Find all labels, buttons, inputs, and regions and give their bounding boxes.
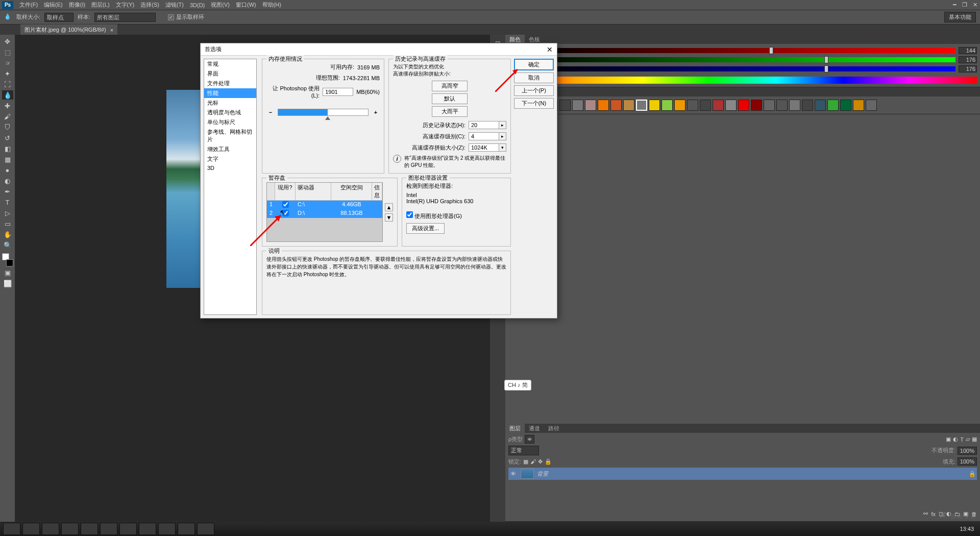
sidebar-item-units[interactable]: 单位与标尺 (204, 117, 256, 127)
style-swatch[interactable] (866, 100, 877, 111)
visibility-icon[interactable]: 👁 (510, 471, 518, 477)
sidebar-item-guides[interactable]: 参考线、网格和切片 (204, 127, 256, 144)
taskbar-app[interactable] (197, 523, 214, 535)
ok-button[interactable]: 确定 (514, 59, 554, 70)
taskbar-app[interactable] (100, 523, 117, 535)
lock-move-icon[interactable]: ✥ (538, 458, 543, 465)
menu-3d[interactable]: 3D(D) (187, 1, 208, 9)
sidebar-item-filehandling[interactable]: 文件处理 (204, 79, 256, 88)
filter-smart-icon[interactable]: ▦ (972, 436, 977, 443)
menu-help[interactable]: 帮助(H) (259, 0, 284, 10)
taskbar-app[interactable] (81, 523, 98, 535)
filter-img-icon[interactable]: ▣ (946, 436, 951, 443)
taskbar-clock[interactable]: 13:43 (957, 526, 977, 532)
brush-tool-icon[interactable]: 🖌 (2, 112, 13, 121)
style-swatch[interactable] (585, 100, 596, 111)
sidebar-item-general[interactable]: 常规 (204, 59, 256, 69)
taskbar-app[interactable] (42, 523, 59, 535)
dialog-titlebar[interactable]: 首选项 ✕ (201, 43, 557, 56)
lock-trans-icon[interactable]: ▦ (523, 458, 528, 465)
blend-mode-select[interactable]: 正常 (508, 446, 539, 455)
plus-icon[interactable]: + (372, 109, 380, 115)
link-layers-icon[interactable]: ⚯ (923, 510, 928, 517)
scratch-active-checkbox[interactable] (282, 210, 289, 216)
lasso-tool-icon[interactable]: ⟉ (2, 58, 13, 67)
tab-layers[interactable]: 图层 (505, 424, 525, 433)
close-icon[interactable]: ✕ (970, 1, 979, 9)
style-swatch[interactable] (776, 100, 788, 111)
close-tab-icon[interactable]: × (110, 27, 113, 33)
color-swatch[interactable] (2, 253, 13, 266)
dodge-tool-icon[interactable]: ◐ (2, 176, 13, 185)
minus-icon[interactable]: − (266, 109, 275, 115)
menu-image[interactable]: 图像(I) (66, 0, 88, 10)
opacity-value[interactable]: 100% (958, 447, 977, 455)
fill-value[interactable]: 100% (958, 457, 977, 466)
eraser-tool-icon[interactable]: ◧ (2, 144, 13, 153)
move-up-icon[interactable]: ▲ (385, 203, 393, 211)
start-button[interactable] (3, 523, 20, 535)
preset-wide-button[interactable]: 大而平 (432, 106, 468, 117)
lock-paint-icon[interactable]: 🖌 (530, 458, 536, 465)
gradient-tool-icon[interactable]: ▦ (2, 155, 13, 164)
wand-tool-icon[interactable]: ✦ (2, 69, 13, 78)
style-swatch[interactable] (853, 100, 864, 111)
taskbar-app[interactable] (61, 523, 79, 535)
quickmask-icon[interactable]: ▣ (2, 268, 13, 277)
taskbar-app[interactable] (158, 523, 176, 535)
style-swatch[interactable] (559, 100, 571, 111)
style-swatch[interactable] (636, 100, 647, 111)
taskbar-app[interactable] (22, 523, 40, 535)
sidebar-item-type[interactable]: 文字 (204, 154, 256, 164)
fx-icon[interactable]: fx (931, 511, 936, 517)
restore-icon[interactable]: ❐ (960, 1, 969, 9)
filter-adj-icon[interactable]: ◐ (953, 436, 958, 443)
let-ps-use-input[interactable] (323, 88, 353, 96)
b-value[interactable]: 176 (959, 65, 977, 72)
scratch-row[interactable]: 2 D:\ 88.13GB (267, 209, 382, 218)
cache-tile-input[interactable] (469, 143, 499, 152)
next-button[interactable]: 下一个(N) (514, 98, 554, 109)
sidebar-item-cursors[interactable]: 光标 (204, 98, 256, 108)
cancel-button[interactable]: 取消 (514, 72, 554, 83)
layer-kind-select[interactable]: ≑ (525, 435, 534, 444)
stepper-icon[interactable]: ▸ (499, 132, 506, 140)
history-brush-icon[interactable]: ↺ (2, 133, 13, 142)
menu-window[interactable]: 窗口(W) (233, 0, 259, 10)
style-swatch[interactable] (827, 100, 839, 111)
menu-type[interactable]: 文字(Y) (113, 0, 138, 10)
style-swatch[interactable] (572, 100, 583, 111)
use-gpu-checkbox[interactable]: 使用图形处理器(G) (406, 213, 462, 219)
style-swatch[interactable] (598, 100, 609, 111)
stepper-icon[interactable]: ▸ (499, 121, 506, 129)
move-tool-icon[interactable]: ✥ (2, 37, 13, 46)
menu-view[interactable]: 视图(V) (208, 0, 233, 10)
move-down-icon[interactable]: ▼ (385, 213, 393, 222)
scratch-active-checkbox[interactable] (282, 201, 289, 208)
path-tool-icon[interactable]: ▷ (2, 208, 13, 217)
preset-default-button[interactable]: 默认 (432, 93, 468, 104)
sidebar-item-interface[interactable]: 界面 (204, 69, 256, 79)
shape-tool-icon[interactable]: ▭ (2, 219, 13, 228)
menu-select[interactable]: 选择(S) (137, 0, 162, 10)
menu-layer[interactable]: 图层(L) (88, 0, 112, 10)
dialog-close-icon[interactable]: ✕ (547, 45, 553, 54)
hue-strip[interactable] (508, 77, 977, 84)
filter-type-icon[interactable]: T (960, 436, 964, 443)
style-swatch[interactable] (610, 100, 622, 111)
prev-button[interactable]: 上一个(P) (514, 85, 554, 96)
blur-tool-icon[interactable]: ● (2, 165, 13, 175)
style-swatch[interactable] (662, 100, 673, 111)
style-swatch[interactable] (815, 100, 826, 111)
hand-tool-icon[interactable]: ✋ (2, 230, 13, 239)
heal-tool-icon[interactable]: ✚ (2, 101, 13, 110)
cache-levels-input[interactable] (469, 132, 499, 140)
sidebar-item-plugins[interactable]: 增效工具 (204, 144, 256, 154)
sidebar-item-3d[interactable]: 3D (204, 164, 256, 172)
stamp-tool-icon[interactable]: ⛉ (2, 123, 13, 132)
taskbar-app[interactable] (119, 523, 137, 535)
sample-layers-select[interactable]: 所有图层 (94, 13, 156, 22)
style-swatch[interactable] (789, 100, 800, 111)
taskbar-app[interactable] (178, 523, 195, 535)
sidebar-item-performance[interactable]: 性能 (204, 88, 256, 98)
